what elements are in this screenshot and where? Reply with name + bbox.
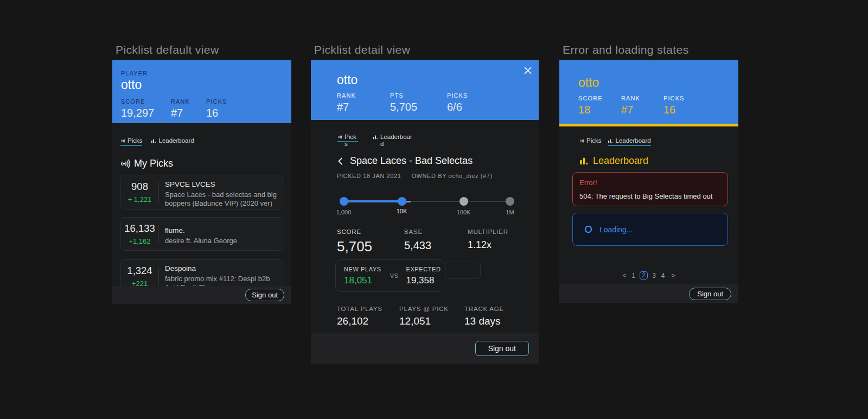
new-vs-expected-box: NEW PLAYS 18,051 VS EXPECTED 19,358 [335,259,444,292]
base-value: 5,433 [404,239,468,252]
pick-artist: flume. [165,226,279,234]
score-label: SCORE [578,95,621,101]
pagination-page-1[interactable]: 1 [631,272,635,280]
radio-icon [120,138,125,145]
tab-leaderboard-label: Leaderboard [380,134,414,148]
rank-label: RANK [337,92,390,99]
bar-chart-icon [579,156,589,166]
total-plays-value: 26,102 [337,315,399,327]
footer-bar: Sign out [112,286,291,304]
footer-bar: Sign out [311,333,539,364]
bar-chart-icon [608,138,613,145]
error-loading-card: otto SCORE 18 RANK #7 PICKS 16 [559,60,738,303]
sign-out-button[interactable]: Sign out [475,341,529,356]
radio-icon [120,159,130,168]
error-message: 504: The request to Big Selectas timed o… [579,192,721,200]
vs-label: VS [390,272,399,279]
expected-label: EXPECTED [406,266,441,272]
pick-delta: + 1,221 [121,195,158,204]
tab-picks-label: Picks [586,137,601,144]
sign-out-button[interactable]: Sign out [689,288,731,300]
radio-icon [337,134,342,141]
track-title: Space Laces - Bad Selectas [350,155,473,167]
tab-leaderboard[interactable]: Leaderboard [373,134,414,141]
multiplier-label: MULTIPLIER [468,228,508,235]
score-value: 5,705 [337,238,404,255]
slider-label-1m: 1M [506,209,514,215]
pagination-next[interactable]: > [672,272,675,280]
radio-icon [579,138,584,145]
pagination-page-2[interactable]: 2 [640,271,648,280]
player-name: otto [578,75,730,90]
picklist-detail-card: otto RANK #7 PTS 5,705 PICKS 6/6 [311,60,539,364]
tab-picks[interactable]: Picks [120,137,142,144]
pick-item[interactable]: 908 + 1,221 SPVCE LVCES Space Laces - ba… [120,175,283,210]
tab-leaderboard-label: Leaderboard [615,137,650,144]
picks-value: 16 [206,107,227,119]
picked-date: PICKED 18 JAN 2021 [337,173,401,179]
slider-dot-1000[interactable] [340,197,348,206]
pick-artist: SPVCE LVCES [165,180,279,188]
tab-picks[interactable]: Picks [337,134,358,141]
player-header: PLAYER otto SCORE 19,297 RANK #7 PICKS 1… [112,60,291,123]
tab-leaderboard[interactable]: Leaderboard [608,137,650,144]
panel-title-default-view: Picklist default view [116,43,219,56]
tab-picks-label: Picks [127,137,142,144]
pagination-prev[interactable]: < [622,272,626,280]
owned-by: OWNED BY ocho_diez (#7) [411,173,492,179]
rank-label: RANK [621,95,663,101]
player-header: otto RANK #7 PTS 5,705 PICKS 6/6 [311,60,539,120]
player-label: PLAYER [121,70,283,77]
leaderboard-heading: Leaderboard [593,155,648,167]
footer-bar: Sign out [559,284,738,303]
slider-dot-10k[interactable] [398,197,406,206]
close-icon[interactable] [524,66,532,75]
pagination-page-3[interactable]: 3 [652,272,656,280]
panel-title-detail-view: Picklist detail view [314,43,410,56]
bar-chart-icon [373,134,378,141]
pick-title: desire ft. Aluna George [165,237,279,245]
player-header: otto SCORE 18 RANK #7 PICKS 16 [559,60,738,126]
tab-picks[interactable]: Picks [579,137,601,144]
slider-label-100k: 100K [457,209,471,215]
slider-track-filled [343,200,402,202]
ghost-outline [445,262,481,279]
loading-box: Loading... [572,213,728,246]
picks-label: PICKS [663,95,685,101]
plays-at-pick-label: PLAYS @ PICK [399,306,464,312]
picklist-default-card: PLAYER otto SCORE 19,297 RANK #7 PICKS 1… [112,60,291,304]
pick-score: 908 [121,181,158,193]
bar-chart-icon [151,138,156,145]
slider-label-10k: 10K [397,208,407,214]
rank-value: #7 [621,104,663,116]
rank-value: #7 [171,107,206,119]
pick-score: 1,324 [121,265,158,277]
spinner-icon [584,225,592,233]
panel-title-error-loading: Error and loading states [563,43,689,56]
tab-picks-label: Picks [344,134,358,148]
track-age-value: 13 days [464,315,504,327]
score-value: 19,297 [121,107,171,119]
score-label: SCORE [121,98,171,105]
rank-value: #7 [337,101,390,113]
total-plays-label: TOTAL PLAYS [337,306,399,312]
back-chevron-icon[interactable] [337,157,344,166]
slider-label-1000: 1,000 [336,209,352,215]
slider-dot-100k[interactable] [459,197,468,206]
slider-dot-1m[interactable] [506,197,514,206]
pick-slider[interactable]: 1,000 10K 100K 1M [337,193,514,217]
pagination: < 1 2 3 4 > [559,271,738,280]
rank-label: RANK [171,98,206,105]
error-title: Error! [579,179,721,187]
pts-value: 5,705 [390,101,447,113]
picks-value: 6/6 [447,101,468,113]
pagination-page-4[interactable]: 4 [661,272,665,280]
sign-out-button[interactable]: Sign out [245,289,284,301]
pick-artist: Despoina [165,264,279,272]
picks-value: 16 [663,104,685,116]
tab-leaderboard[interactable]: Leaderboard [151,137,194,144]
pick-item[interactable]: 16,133 +1,162 flume. desire ft. Aluna Ge… [120,217,283,251]
pts-label: PTS [390,92,447,99]
expected-value: 19,358 [406,275,441,286]
base-label: BASE [404,228,468,235]
